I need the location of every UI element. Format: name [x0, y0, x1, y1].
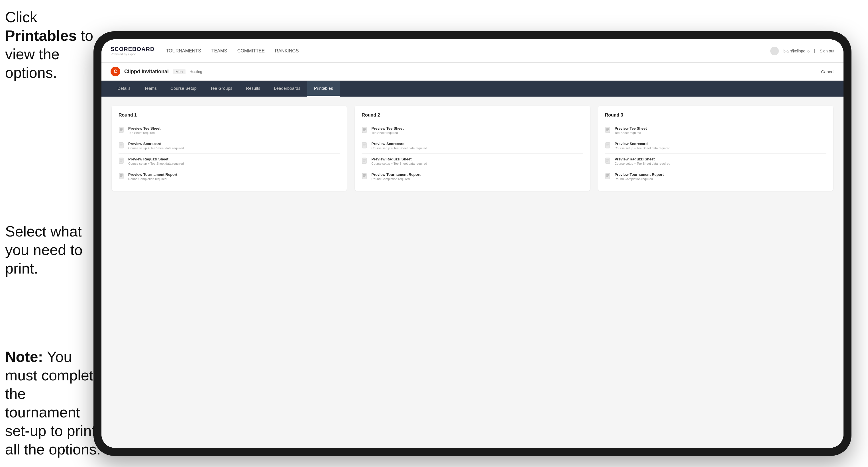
print-item-title: Preview Raguzzi Sheet: [128, 157, 184, 161]
nav-separator: |: [814, 49, 815, 53]
print-item-subtitle: Course setup + Tee Sheet data required: [371, 147, 427, 150]
tab-teams[interactable]: Teams: [137, 81, 163, 97]
print-item-title: Preview Tournament Report: [128, 173, 177, 177]
print-item-subtitle: Course setup + Tee Sheet data required: [128, 147, 184, 150]
document-icon: [605, 127, 611, 134]
print-item-subtitle: Tee Sheet required: [615, 131, 647, 134]
svg-rect-44: [606, 158, 610, 163]
tournament-name: Clippd Invitational: [124, 69, 169, 75]
print-item-text: Preview Tee SheetTee Sheet required: [615, 126, 647, 134]
svg-rect-27: [363, 146, 365, 146]
round-title-1: Round 1: [119, 113, 340, 118]
tournament-info: C Clippd Invitational Men Hosting: [111, 67, 202, 76]
svg-rect-40: [606, 143, 610, 148]
tab-tee-groups[interactable]: Tee Groups: [204, 81, 239, 97]
tournament-logo: C: [111, 67, 120, 76]
print-item-title: Preview Scorecard: [615, 142, 670, 146]
print-item-text: Preview ScorecardCourse setup + Tee Shee…: [615, 142, 670, 150]
print-item-r3-i4[interactable]: Preview Tournament ReportRound Completio…: [605, 169, 827, 184]
sign-out-link[interactable]: Sign out: [820, 49, 834, 53]
tab-details[interactable]: Details: [111, 81, 137, 97]
print-item-r2-i1[interactable]: Preview Tee SheetTee Sheet required: [362, 123, 583, 138]
nav-tournaments[interactable]: TOURNAMENTS: [166, 47, 201, 55]
svg-rect-37: [607, 128, 609, 129]
svg-rect-8: [119, 143, 123, 148]
round-column-2: Round 2 Preview Tee SheetTee Sheet requi…: [355, 106, 590, 191]
printables-bold: Printables: [5, 27, 76, 44]
main-content: Round 1 Preview Tee SheetTee Sheet requi…: [101, 97, 843, 448]
print-item-text: Preview Raguzzi SheetCourse setup + Tee …: [128, 157, 184, 165]
print-item-text: Preview Tournament ReportRound Completio…: [128, 173, 177, 181]
svg-rect-45: [607, 159, 609, 160]
tablet-screen: SCOREBOARD Powered by clippd TOURNAMENTS…: [101, 39, 843, 448]
tablet-device: SCOREBOARD Powered by clippd TOURNAMENTS…: [93, 31, 851, 456]
print-item-subtitle: Course setup + Tee Sheet data required: [371, 162, 427, 165]
svg-rect-29: [363, 159, 366, 160]
document-icon: [119, 127, 125, 134]
svg-rect-34: [363, 176, 366, 176]
round-column-3: Round 3 Preview Tee SheetTee Sheet requi…: [598, 106, 833, 191]
round-title-2: Round 2: [362, 113, 583, 118]
document-icon: [119, 173, 125, 180]
svg-rect-14: [120, 160, 123, 161]
print-item-title: Preview Raguzzi Sheet: [615, 157, 670, 161]
svg-rect-23: [363, 130, 365, 131]
nav-committee[interactable]: COMMITTEE: [237, 47, 265, 55]
print-item-r1-i4[interactable]: Preview Tournament ReportRound Completio…: [119, 169, 340, 184]
tab-nav: Details Teams Course Setup Tee Groups Re…: [101, 81, 843, 97]
user-avatar: [770, 47, 779, 55]
print-item-r2-i4[interactable]: Preview Tournament ReportRound Completio…: [362, 169, 583, 184]
svg-rect-42: [607, 145, 609, 145]
svg-rect-5: [120, 128, 123, 129]
svg-rect-21: [363, 128, 366, 129]
svg-rect-9: [120, 144, 123, 144]
svg-rect-16: [119, 173, 123, 179]
document-icon: [605, 158, 611, 165]
print-item-r3-i3[interactable]: Preview Raguzzi SheetCourse setup + Tee …: [605, 154, 827, 169]
print-item-subtitle: Course setup + Tee Sheet data required: [615, 147, 670, 150]
tab-leaderboards[interactable]: Leaderboards: [267, 81, 307, 97]
print-item-text: Preview Tournament ReportRound Completio…: [371, 173, 420, 181]
document-icon: [362, 142, 368, 150]
print-item-r3-i1[interactable]: Preview Tee SheetTee Sheet required: [605, 123, 827, 138]
print-item-title: Preview Tee Sheet: [615, 126, 647, 130]
svg-rect-51: [607, 176, 608, 177]
svg-rect-19: [120, 176, 122, 177]
print-item-subtitle: Tee Sheet required: [371, 131, 404, 134]
svg-rect-48: [606, 173, 610, 179]
print-item-title: Preview Tournament Report: [371, 173, 420, 177]
svg-rect-22: [363, 129, 366, 130]
svg-rect-33: [363, 175, 366, 175]
print-item-r1-i1[interactable]: Preview Tee SheetTee Sheet required: [119, 123, 340, 138]
svg-rect-11: [120, 146, 122, 146]
print-item-subtitle: Course setup + Tee Sheet data required: [128, 162, 184, 165]
print-item-r1-i2[interactable]: Preview ScorecardCourse setup + Tee Shee…: [119, 138, 340, 154]
logo-title: SCOREBOARD: [111, 46, 154, 53]
print-item-r2-i3[interactable]: Preview Raguzzi SheetCourse setup + Tee …: [362, 154, 583, 169]
top-nav: SCOREBOARD Powered by clippd TOURNAMENTS…: [101, 39, 843, 63]
document-icon: [362, 127, 368, 134]
print-item-title: Preview Tee Sheet: [371, 126, 404, 130]
tab-course-setup[interactable]: Course Setup: [163, 81, 204, 97]
tab-printables[interactable]: Printables: [307, 81, 340, 97]
tab-results[interactable]: Results: [239, 81, 267, 97]
nav-rankings[interactable]: RANKINGS: [275, 47, 299, 55]
print-item-subtitle: Course setup + Tee Sheet data required: [615, 162, 670, 165]
top-nav-links: TOURNAMENTS TEAMS COMMITTEE RANKINGS: [166, 47, 770, 55]
svg-rect-26: [363, 145, 366, 145]
cancel-button[interactable]: Cancel: [821, 69, 834, 74]
print-item-r1-i3[interactable]: Preview Raguzzi SheetCourse setup + Tee …: [119, 154, 340, 169]
svg-rect-36: [606, 127, 610, 133]
nav-teams[interactable]: TEAMS: [212, 47, 227, 55]
print-item-title: Preview Tournament Report: [615, 173, 664, 177]
svg-rect-7: [120, 130, 122, 131]
svg-rect-12: [119, 158, 123, 163]
instruction-bottom: Note: You must complete the tournament s…: [5, 348, 102, 459]
print-item-subtitle: Round Completion required: [615, 177, 664, 181]
svg-rect-24: [362, 143, 367, 148]
print-item-r2-i2[interactable]: Preview ScorecardCourse setup + Tee Shee…: [362, 138, 583, 154]
print-item-text: Preview Raguzzi SheetCourse setup + Tee …: [615, 157, 670, 165]
print-item-title: Preview Raguzzi Sheet: [371, 157, 427, 161]
print-item-r3-i2[interactable]: Preview ScorecardCourse setup + Tee Shee…: [605, 138, 827, 154]
print-item-text: Preview ScorecardCourse setup + Tee Shee…: [371, 142, 427, 150]
